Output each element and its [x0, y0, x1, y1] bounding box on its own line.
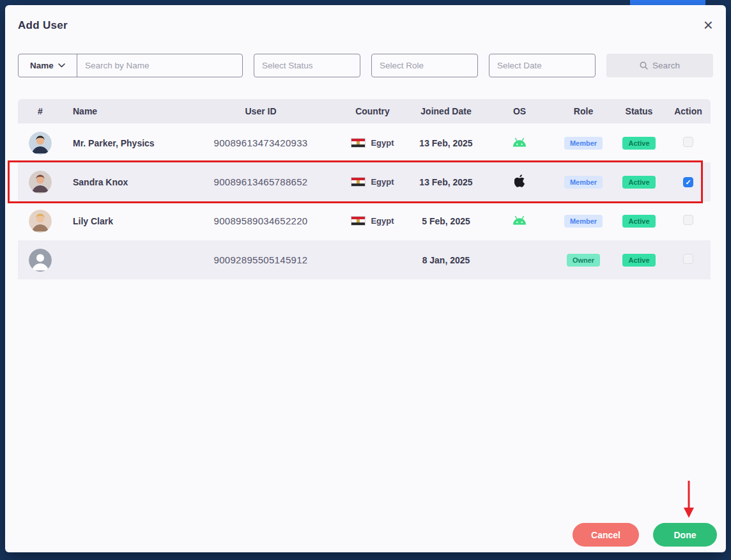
add-user-modal: Add User × Name Search # Name User ID Co… [5, 5, 726, 552]
joined-date: 8 Jan, 2025 [408, 255, 484, 265]
user-name: Sandra Knox [63, 177, 184, 187]
avatar-cell [18, 171, 63, 194]
col-header-os: OS [484, 106, 555, 116]
row-checkbox[interactable]: ✓ [683, 177, 693, 187]
status-badge: Active [622, 176, 655, 189]
country-label: Egypt [371, 177, 394, 187]
user-id: 90089613465788652 [184, 176, 337, 187]
search-field-dropdown[interactable]: Name [19, 54, 77, 77]
user-id: 90089589034652220 [184, 215, 337, 226]
avatar-cell [18, 132, 63, 155]
col-header-country: Country [337, 106, 408, 116]
avatar [29, 249, 52, 272]
role-filter-input[interactable] [371, 54, 478, 77]
action-cell [666, 254, 711, 266]
role-badge: Owner [567, 254, 600, 267]
apple-icon [514, 175, 525, 187]
role-cell: Member [555, 137, 612, 150]
search-button-label: Search [652, 61, 680, 70]
status-badge: Active [622, 254, 655, 267]
os-cell [484, 137, 555, 149]
android-icon [512, 137, 527, 147]
user-id: 90092895505145912 [184, 254, 337, 265]
os-cell [484, 215, 555, 227]
search-icon [640, 61, 648, 70]
joined-date: 5 Feb, 2025 [408, 216, 484, 226]
dropdown-label: Name [30, 61, 54, 70]
table-row: Mr. Parker, Physics 90089613473420933 Eg… [18, 123, 711, 162]
filter-bar: Name Search [18, 54, 713, 77]
action-cell [666, 137, 711, 149]
user-name: Mr. Parker, Physics [63, 138, 184, 148]
close-icon[interactable]: × [704, 17, 713, 33]
role-cell: Member [555, 215, 612, 228]
avatar-cell [18, 210, 63, 233]
table-header: # Name User ID Country Joined Date OS Ro… [18, 99, 711, 123]
col-header-joined: Joined Date [408, 106, 484, 116]
table-body: Mr. Parker, Physics 90089613473420933 Eg… [18, 123, 711, 279]
action-cell [666, 215, 711, 227]
name-search-group: Name [18, 54, 243, 77]
avatar [29, 171, 52, 194]
joined-date: 13 Feb, 2025 [408, 177, 484, 187]
egypt-flag-icon [351, 138, 366, 148]
status-badge: Active [622, 215, 655, 228]
users-table: # Name User ID Country Joined Date OS Ro… [18, 99, 711, 279]
os-cell [484, 175, 555, 189]
search-button[interactable]: Search [606, 54, 713, 77]
role-badge: Member [564, 215, 603, 228]
role-badge: Member [564, 137, 603, 150]
table-row: 90092895505145912 8 Jan, 2025 Owner Acti… [18, 240, 711, 279]
row-checkbox[interactable] [683, 254, 693, 264]
col-header-status: Status [612, 106, 666, 116]
avatar [29, 210, 52, 233]
role-cell: Owner [555, 254, 612, 267]
status-cell: Active [612, 215, 666, 228]
joined-date: 13 Feb, 2025 [408, 138, 484, 148]
row-checkbox[interactable] [683, 137, 693, 147]
cancel-button[interactable]: Cancel [573, 523, 639, 547]
status-cell: Active [612, 176, 666, 189]
country-cell: Egypt [337, 138, 408, 148]
status-badge: Active [622, 137, 655, 150]
table-row: Lily Clark 90089589034652220 Egypt 5 Feb… [18, 201, 711, 240]
chevron-down-icon [58, 63, 65, 68]
avatar-cell [18, 249, 63, 272]
row-checkbox[interactable] [683, 215, 693, 225]
user-name: Lily Clark [63, 216, 184, 226]
country-cell: Egypt [337, 177, 408, 187]
country-label: Egypt [371, 216, 394, 226]
status-cell: Active [612, 137, 666, 150]
egypt-flag-icon [351, 216, 366, 226]
done-button[interactable]: Done [653, 523, 717, 547]
role-cell: Member [555, 176, 612, 189]
status-cell: Active [612, 254, 666, 267]
modal-title: Add User [18, 19, 68, 32]
table-row: Sandra Knox 90089613465788652 Egypt 13 F… [18, 162, 711, 201]
col-header-name: Name [63, 106, 184, 116]
col-header-role: Role [555, 106, 612, 116]
android-icon [512, 215, 527, 225]
search-input[interactable] [77, 54, 242, 77]
egypt-flag-icon [351, 177, 366, 187]
user-id: 90089613473420933 [184, 137, 337, 148]
col-header-userid: User ID [184, 106, 337, 116]
col-header-action: Action [666, 106, 711, 116]
role-badge: Member [564, 176, 603, 189]
status-filter-input[interactable] [254, 54, 360, 77]
avatar [29, 132, 52, 155]
country-cell: Egypt [337, 216, 408, 226]
country-label: Egypt [371, 138, 394, 148]
annotation-arrow-icon [671, 479, 707, 519]
col-header-index: # [18, 106, 63, 116]
action-cell: ✓ [666, 176, 711, 188]
date-filter-input[interactable] [489, 54, 596, 77]
